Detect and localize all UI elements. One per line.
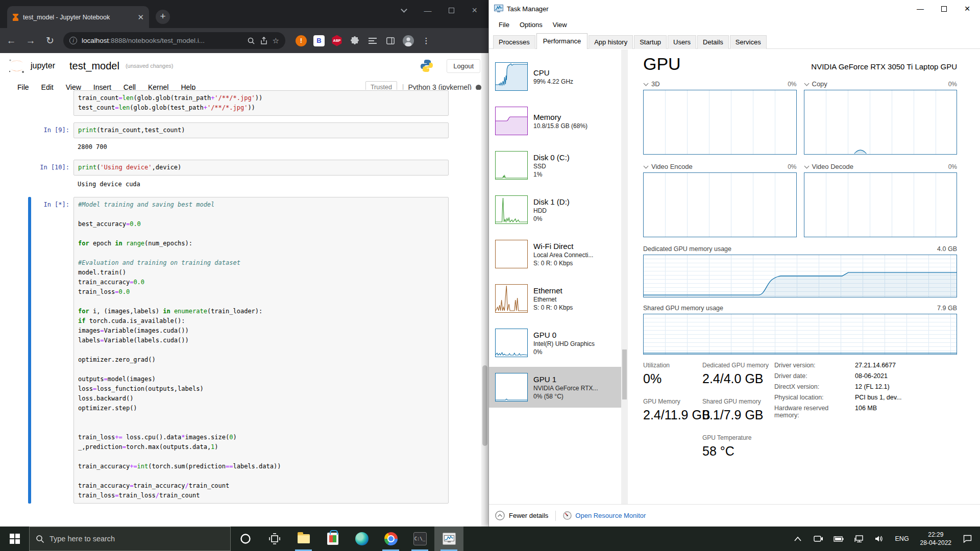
notebook-title[interactable]: test_model: [69, 60, 119, 72]
sidebar-item-wi-fi-direct[interactable]: Wi-Fi DirectLocal Area Connecti...S: 0 R…: [489, 234, 621, 274]
engine-chart: [643, 172, 797, 237]
jupyter-logo-text[interactable]: jupyter: [31, 61, 55, 70]
sidebar-item-ethernet[interactable]: EthernetEthernetS: 0 R: 0 Kbps: [489, 278, 621, 319]
tm-menu-file[interactable]: File: [494, 19, 514, 31]
system-tray: ENG 22:2928-04-2022: [789, 527, 980, 551]
network-icon[interactable]: [850, 527, 868, 551]
code-cell[interactable]: In [9]:print(train_count,test_count)2800…: [29, 122, 449, 153]
cell-input[interactable]: print('Using device',device): [74, 160, 449, 176]
taskbar-search-box[interactable]: Type here to search: [29, 527, 231, 551]
action-center-icon[interactable]: [959, 527, 976, 551]
detail-label: Physical location:: [774, 394, 855, 401]
sidebar-item-gpu-1[interactable]: GPU 1NVIDIA GeForce RTX...0% (58 °C): [489, 367, 621, 408]
browser-tab[interactable]: test_model - Jupyter Notebook ✕: [7, 6, 149, 28]
edge-button[interactable]: [347, 527, 376, 551]
file-explorer-button[interactable]: [289, 527, 318, 551]
detail-label: Driver date:: [774, 372, 855, 380]
tab-services[interactable]: Services: [730, 35, 767, 49]
bookmark-star-icon[interactable]: ☆: [273, 36, 279, 45]
reading-list-icon[interactable]: [367, 35, 378, 46]
sidebar-item-gpu-0[interactable]: GPU 0Intel(R) UHD Graphics0%: [489, 322, 621, 363]
taskbar-clock[interactable]: 22:2928-04-2022: [916, 531, 955, 547]
tab-search-chevron-icon[interactable]: [401, 6, 408, 13]
browser-minimize-button[interactable]: —: [424, 6, 431, 15]
tm-maximize-button[interactable]: [932, 1, 955, 16]
zoom-icon[interactable]: [247, 37, 255, 45]
error-badge-icon[interactable]: !: [296, 35, 307, 46]
side-panel-icon[interactable]: [385, 35, 396, 46]
sidebar-item-disk-0-c-[interactable]: Disk 0 (C:)SSD1%: [489, 145, 621, 186]
command-prompt-icon: C:\_: [413, 532, 427, 545]
command-prompt-button[interactable]: C:\_: [405, 527, 434, 551]
gpu-engine-copy: Copy0%: [804, 80, 958, 155]
gpu-engine-charts: 3D0%Copy0%Video Encode0%Video Decode0%: [643, 80, 957, 245]
adblock-plus-icon[interactable]: ABP: [331, 35, 342, 46]
forward-icon[interactable]: →: [24, 35, 37, 46]
chevron-down-icon[interactable]: [644, 81, 649, 86]
address-bar[interactable]: i localhost:8888/notebooks/test_model.i.…: [63, 32, 285, 49]
code-cell[interactable]: In [*]:#Model training and saving best m…: [29, 197, 449, 504]
extensions-puzzle-icon[interactable]: [349, 35, 360, 46]
tab-performance[interactable]: Performance: [536, 33, 587, 49]
sidebar-item-cpu[interactable]: CPU99% 4.22 GHz: [489, 56, 621, 97]
detail-driver-date-: Driver date:08-06-2021: [774, 372, 957, 380]
more-menu-icon[interactable]: ⋮: [421, 35, 432, 46]
reload-icon[interactable]: ↻: [44, 35, 56, 46]
share-icon[interactable]: [260, 37, 268, 45]
task-view-button[interactable]: [260, 527, 289, 551]
chrome-button[interactable]: [376, 527, 405, 551]
fewer-details-button[interactable]: Fewer details: [495, 511, 548, 520]
logout-button[interactable]: Logout: [447, 59, 480, 73]
resource-monitor-icon: [563, 511, 572, 520]
browser-close-button[interactable]: ×: [472, 5, 477, 16]
tab-users[interactable]: Users: [668, 35, 696, 49]
profile-avatar-icon[interactable]: [403, 35, 414, 46]
cell-input[interactable]: train_count=len(glob.glob(train_path+'/*…: [74, 90, 449, 116]
notebook-scrollbar[interactable]: [481, 53, 488, 527]
task-manager-button[interactable]: [434, 527, 463, 551]
volume-icon[interactable]: [871, 527, 888, 551]
tab-close-icon[interactable]: ✕: [137, 13, 144, 22]
new-tab-button[interactable]: +: [156, 10, 170, 24]
tab-startup[interactable]: Startup: [634, 35, 667, 49]
bitwarden-icon[interactable]: B: [313, 35, 325, 46]
scrollbar-thumb[interactable]: [482, 365, 487, 446]
code-cell[interactable]: In [10]:print('Using device',device)Usin…: [29, 160, 449, 190]
microsoft-store-button[interactable]: [318, 527, 347, 551]
browser-maximize-button[interactable]: [449, 8, 454, 13]
tm-menu-options[interactable]: Options: [515, 19, 547, 31]
tm-minimize-button[interactable]: —: [909, 1, 932, 16]
search-icon: [36, 535, 44, 543]
sidebar-item-memory[interactable]: Memory10.8/15.8 GB (68%): [489, 101, 621, 141]
tm-close-button[interactable]: ×: [955, 1, 979, 16]
cortana-button[interactable]: [231, 527, 260, 551]
url-text[interactable]: localhost:8888/notebooks/test_model.i...: [82, 37, 242, 44]
tm-tabs: ProcessesPerformanceApp historyStartupUs…: [489, 32, 980, 49]
file-explorer-icon: [298, 534, 310, 543]
scrollbar-thumb[interactable]: [622, 349, 627, 399]
gpu-engine-video-encode: Video Encode0%: [643, 163, 797, 237]
chevron-down-icon[interactable]: [644, 163, 649, 168]
tab-app-history[interactable]: App history: [589, 35, 633, 49]
display-device-icon[interactable]: [810, 527, 827, 551]
battery-icon[interactable]: [830, 527, 847, 551]
tm-sidebar-scrollbar[interactable]: [621, 49, 628, 504]
sidebar-item-detail: 0%: [533, 348, 595, 356]
tray-expand-chevron-icon[interactable]: [789, 527, 806, 551]
start-button[interactable]: [0, 527, 29, 551]
back-icon[interactable]: ←: [5, 35, 17, 46]
open-resource-monitor-link[interactable]: Open Resource Monitor: [563, 511, 646, 520]
cell-input[interactable]: print(train_count,test_count): [74, 122, 449, 138]
jupyter-logo-icon[interactable]: [8, 58, 26, 73]
tab-processes[interactable]: Processes: [493, 35, 535, 49]
chevron-down-icon[interactable]: [804, 81, 809, 86]
sidebar-item-disk-1-d-[interactable]: Disk 1 (D:)HDD0%: [489, 189, 621, 230]
tab-details[interactable]: Details: [697, 35, 729, 49]
tm-menu-view[interactable]: View: [548, 19, 572, 31]
cell-input[interactable]: #Model training and saving best model be…: [74, 197, 449, 504]
language-indicator[interactable]: ENG: [891, 535, 913, 542]
code-cell[interactable]: train_count=len(glob.glob(train_path+'/*…: [29, 90, 449, 116]
gpu-stats: Utilization0%GPU Memory2.4/11.9 GB Dedic…: [643, 362, 957, 470]
site-info-icon[interactable]: i: [69, 37, 77, 44]
chevron-down-icon[interactable]: [804, 163, 809, 168]
